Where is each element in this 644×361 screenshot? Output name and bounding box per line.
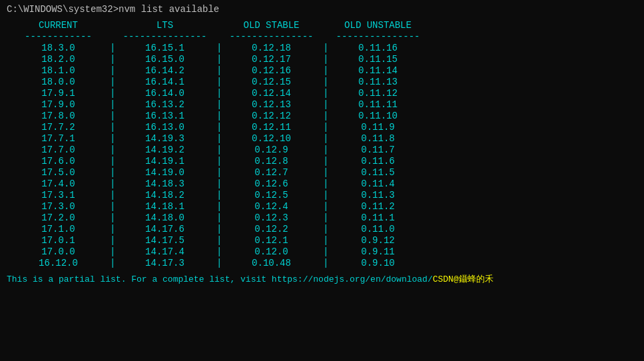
table-cell: 0.12.13 (220, 99, 323, 110)
table-cell: 0.11.11 (326, 99, 430, 110)
table-cell: 17.2.0 (7, 212, 110, 223)
header-old-unstable: OLD UNSTABLE (326, 20, 430, 31)
table-cell: 0.12.16 (220, 65, 323, 76)
table-row: 17.0.0|14.17.4|0.12.0|0.9.11 (7, 246, 637, 257)
table-cell: 17.0.0 (7, 246, 110, 257)
table-cell: 0.11.2 (326, 201, 430, 212)
table-cell: 17.1.0 (7, 224, 110, 234)
table-cell: 0.12.15 (220, 77, 323, 87)
table-cell: 14.18.3 (113, 179, 216, 189)
table-cell: 0.12.5 (220, 190, 323, 200)
table-cell: 0.9.10 (326, 258, 430, 268)
table-cell: 0.11.0 (326, 224, 430, 234)
table-row: 17.1.0|14.17.6|0.12.2|0.11.0 (7, 224, 637, 234)
table-cell: 0.11.9 (326, 122, 430, 133)
table-cell: 17.0.1 (7, 235, 110, 246)
table-row: 17.4.0|14.18.3|0.12.6|0.11.4 (7, 179, 637, 189)
footer-text: This is a partial list. For a complete l… (7, 273, 637, 285)
table-cell: 16.15.0 (113, 54, 216, 65)
header-old-stable: OLD STABLE (220, 20, 323, 31)
table-cell: 0.11.15 (326, 54, 430, 65)
table-row: 17.7.1|14.19.3|0.12.10|0.11.8 (7, 133, 637, 144)
table-row: 17.9.1|16.14.0|0.12.14|0.11.12 (7, 88, 637, 99)
header-current: CURRENT (7, 20, 110, 31)
table-row: 17.5.0|14.19.0|0.12.7|0.11.5 (7, 167, 637, 178)
table-cell: 18.3.0 (7, 43, 110, 53)
table-cell: 14.18.0 (113, 212, 216, 223)
table-cell: 14.17.3 (113, 258, 216, 268)
table-cell: 14.18.2 (113, 190, 216, 200)
table-cell: 17.4.0 (7, 179, 110, 189)
div-old-stable: --------------- (220, 31, 323, 42)
table-row: 17.7.2|16.13.0|0.12.11|0.11.9 (7, 122, 637, 133)
table-row: 18.0.0|16.14.1|0.12.15|0.11.13 (7, 77, 637, 87)
table-cell: 0.12.11 (220, 122, 323, 133)
table-cell: 17.5.0 (7, 167, 110, 178)
table-cell: 0.11.7 (326, 145, 430, 155)
table-row: 18.1.0|16.14.2|0.12.16|0.11.14 (7, 65, 637, 76)
table-cell: 14.19.1 (113, 156, 216, 167)
table-cell: 0.11.3 (326, 190, 430, 200)
div-lts: --------------- (113, 31, 216, 42)
table-cell: 0.12.1 (220, 235, 323, 246)
table-cell: 0.11.14 (326, 65, 430, 76)
table-cell: 0.12.0 (220, 246, 323, 257)
table-cell: 14.17.4 (113, 246, 216, 257)
div-old-unstable: --------------- (326, 31, 430, 42)
table-cell: 0.11.12 (326, 88, 430, 99)
table-row: 17.3.1|14.18.2|0.12.5|0.11.3 (7, 190, 637, 200)
table-cell: 0.12.18 (220, 43, 323, 53)
table-row: 17.3.0|14.18.1|0.12.4|0.11.2 (7, 201, 637, 212)
table-cell: 16.14.0 (113, 88, 216, 99)
table-cell: 0.9.12 (326, 235, 430, 246)
table-cell: 0.12.8 (220, 156, 323, 167)
table-cell: 16.13.2 (113, 99, 216, 110)
table-row: 17.2.0|14.18.0|0.12.3|0.11.1 (7, 212, 637, 223)
table-cell: 0.12.10 (220, 133, 323, 144)
footer-suffix: CSDN@鑷蜂的禾 (433, 274, 493, 284)
table-row: 17.0.1|14.17.5|0.12.1|0.9.12 (7, 235, 637, 246)
table-cell: 0.10.48 (220, 258, 323, 268)
table-cell: 16.13.1 (113, 111, 216, 121)
table-row: 18.2.0|16.15.0|0.12.17|0.11.15 (7, 54, 637, 65)
table-cell: 16.14.2 (113, 65, 216, 76)
command-line: C:\WINDOWS\system32>nvm list available (7, 4, 637, 15)
table-cell: 17.9.1 (7, 88, 110, 99)
table-row: 16.12.0|14.17.3|0.10.48|0.9.10 (7, 258, 637, 268)
table-row: 17.8.0|16.13.1|0.12.12|0.11.10 (7, 111, 637, 121)
table-cell: 17.3.0 (7, 201, 110, 212)
table-cell: 0.11.16 (326, 43, 430, 53)
table-cell: 18.1.0 (7, 65, 110, 76)
table-cell: 17.3.1 (7, 190, 110, 200)
table-cell: 14.19.2 (113, 145, 216, 155)
table-cell: 0.11.4 (326, 179, 430, 189)
table-cell: 17.7.1 (7, 133, 110, 144)
table-row: 18.3.0|16.15.1|0.12.18|0.11.16 (7, 43, 637, 53)
table-cell: 0.12.9 (220, 145, 323, 155)
table-cell: 0.12.4 (220, 201, 323, 212)
table-cell: 0.12.2 (220, 224, 323, 234)
table-cell: 17.7.2 (7, 122, 110, 133)
table-cell: 0.12.6 (220, 179, 323, 189)
table-cell: 0.11.10 (326, 111, 430, 121)
div-current: ------------ (7, 31, 110, 42)
table-cell: 0.11.5 (326, 167, 430, 178)
table-cell: 0.11.8 (326, 133, 430, 144)
table-cell: 17.8.0 (7, 111, 110, 121)
table-cell: 18.0.0 (7, 77, 110, 87)
table-cell: 14.19.0 (113, 167, 216, 178)
table-cell: 0.12.17 (220, 54, 323, 65)
table-cell: 18.2.0 (7, 54, 110, 65)
table-cell: 0.11.13 (326, 77, 430, 87)
table-cell: 14.18.1 (113, 201, 216, 212)
table-cell: 0.12.14 (220, 88, 323, 99)
table-cell: 17.7.0 (7, 145, 110, 155)
table-cell: 0.12.12 (220, 111, 323, 121)
table-data-rows: 18.3.0|16.15.1|0.12.18|0.11.1618.2.0|16.… (7, 43, 637, 269)
table-cell: 14.17.6 (113, 224, 216, 234)
table-row: 17.6.0|14.19.1|0.12.8|0.11.6 (7, 156, 637, 167)
table-cell: 16.15.1 (113, 43, 216, 53)
table-row: 17.9.0|16.13.2|0.12.13|0.11.11 (7, 99, 637, 110)
header-lts: LTS (113, 20, 216, 31)
table-cell: 16.13.0 (113, 122, 216, 133)
